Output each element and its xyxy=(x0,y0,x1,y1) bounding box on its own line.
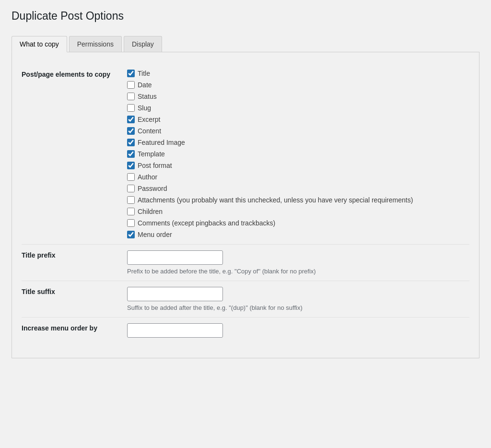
title-suffix-label: Title suffix xyxy=(22,287,127,295)
checkbox-title-label[interactable]: Title xyxy=(138,70,150,77)
checkbox-excerpt[interactable] xyxy=(127,116,135,123)
tab-permissions[interactable]: Permissions xyxy=(69,36,122,52)
checkbox-slug-item: Slug xyxy=(127,104,469,112)
checkbox-menu-order-item: Menu order xyxy=(127,231,469,238)
title-prefix-value-area: Prefix to be added before the title, e.g… xyxy=(127,250,469,275)
checkbox-slug[interactable] xyxy=(127,104,135,112)
checkbox-template-label[interactable]: Template xyxy=(138,150,165,158)
checkbox-date-label[interactable]: Date xyxy=(138,81,152,89)
elements-label: Post/page elements to copy xyxy=(22,70,127,78)
checkbox-slug-label[interactable]: Slug xyxy=(138,104,151,112)
title-suffix-description: Suffix to be added after the title, e.g.… xyxy=(127,304,469,311)
checkbox-post-format-item: Post format xyxy=(127,162,469,169)
checkbox-children-item: Children xyxy=(127,208,469,215)
checkbox-attachments-label[interactable]: Attachments (you probably want this unch… xyxy=(138,196,413,204)
checkbox-author-item: Author xyxy=(127,173,469,181)
checkbox-excerpt-label[interactable]: Excerpt xyxy=(138,116,160,123)
increase-menu-order-input[interactable] xyxy=(127,323,223,338)
checkbox-children-label[interactable]: Children xyxy=(138,208,163,215)
title-suffix-input[interactable] xyxy=(127,287,223,301)
checkbox-comments-item: Comments (except pingbacks and trackback… xyxy=(127,219,469,227)
checkbox-status-label[interactable]: Status xyxy=(138,93,157,100)
checkbox-author[interactable] xyxy=(127,173,135,181)
checkbox-content-label[interactable]: Content xyxy=(138,127,161,135)
checkbox-post-format-label[interactable]: Post format xyxy=(138,162,172,169)
tab-display[interactable]: Display xyxy=(124,36,162,52)
checkbox-attachments[interactable] xyxy=(127,196,135,204)
checkbox-featured-image[interactable] xyxy=(127,139,135,146)
checkbox-password-item: Password xyxy=(127,185,469,192)
elements-to-copy-row: Post/page elements to copy Title Date St… xyxy=(22,64,469,245)
checkbox-comments-label[interactable]: Comments (except pingbacks and trackback… xyxy=(138,219,275,227)
checkbox-status-item: Status xyxy=(127,93,469,100)
checkbox-featured-image-item: Featured Image xyxy=(127,139,469,146)
tab-bar: What to copy Permissions Display xyxy=(12,36,479,52)
checkbox-password[interactable] xyxy=(127,185,135,192)
checkbox-featured-image-label[interactable]: Featured Image xyxy=(138,139,185,146)
checkbox-author-label[interactable]: Author xyxy=(138,173,157,181)
checkbox-title-item: Title xyxy=(127,70,469,77)
increase-menu-order-value-area xyxy=(127,323,469,341)
title-prefix-input[interactable] xyxy=(127,250,223,265)
tab-what-to-copy[interactable]: What to copy xyxy=(12,36,67,52)
title-suffix-value-area: Suffix to be added after the title, e.g.… xyxy=(127,287,469,311)
checkbox-password-label[interactable]: Password xyxy=(138,185,167,192)
title-suffix-row: Title suffix Suffix to be added after th… xyxy=(22,281,469,318)
checkbox-menu-order-label[interactable]: Menu order xyxy=(138,231,172,238)
checkbox-date[interactable] xyxy=(127,81,135,89)
checkbox-status[interactable] xyxy=(127,93,135,100)
increase-menu-order-row: Increase menu order by xyxy=(22,318,469,346)
checkbox-template-item: Template xyxy=(127,150,469,158)
checkbox-template[interactable] xyxy=(127,150,135,158)
title-prefix-row: Title prefix Prefix to be added before t… xyxy=(22,245,469,281)
checkbox-post-format[interactable] xyxy=(127,162,135,169)
title-prefix-label: Title prefix xyxy=(22,250,127,259)
checkboxes-group: Title Date Status Slug Excerpt Content xyxy=(127,70,469,238)
checkbox-title[interactable] xyxy=(127,70,135,77)
checkbox-menu-order[interactable] xyxy=(127,231,135,238)
checkbox-content-item: Content xyxy=(127,127,469,135)
checkbox-date-item: Date xyxy=(127,81,469,89)
title-prefix-description: Prefix to be added before the title, e.g… xyxy=(127,268,469,275)
checkbox-attachments-item: Attachments (you probably want this unch… xyxy=(127,196,469,204)
increase-menu-order-label: Increase menu order by xyxy=(22,323,127,332)
page-title: Duplicate Post Options xyxy=(12,10,479,26)
checkbox-content[interactable] xyxy=(127,127,135,135)
checkbox-children[interactable] xyxy=(127,208,135,215)
checkbox-comments[interactable] xyxy=(127,219,135,227)
tab-content-panel: Post/page elements to copy Title Date St… xyxy=(12,52,479,358)
checkbox-excerpt-item: Excerpt xyxy=(127,116,469,123)
